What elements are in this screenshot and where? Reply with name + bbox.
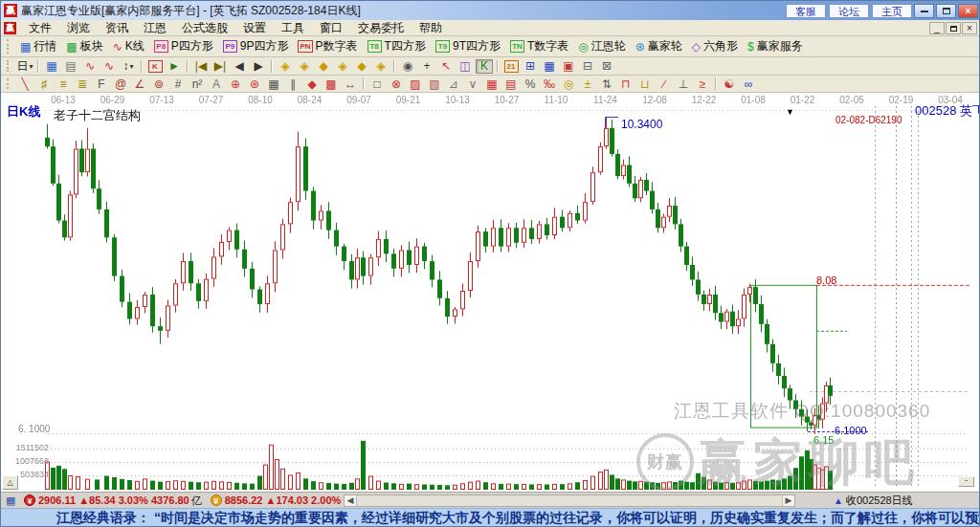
forum-button[interactable]: 论坛 xyxy=(829,4,869,18)
golden-line-tool[interactable]: ± xyxy=(579,77,596,91)
calculator-button[interactable]: ⊞ xyxy=(522,59,539,74)
panel-collapse-button[interactable]: － xyxy=(958,476,974,487)
scroll-left-arrow[interactable]: ◀ xyxy=(345,495,356,506)
price-levels-tool[interactable]: ≡ xyxy=(55,77,72,91)
angle-line-tool[interactable]: ∠ xyxy=(131,77,148,91)
kline-button[interactable]: ∿K线 xyxy=(108,37,149,56)
winner-wheel-button[interactable]: ⊛赢家轮 xyxy=(631,37,687,56)
p-number-table-button[interactable]: PNP数字表 xyxy=(293,37,362,56)
gann-diamond-3[interactable]: ◆ xyxy=(315,59,332,74)
gann-diamond-5[interactable]: ◆ xyxy=(353,59,370,74)
summary-table-icon[interactable]: ▦ xyxy=(6,495,18,506)
multi-slope-tool[interactable]: ≥ xyxy=(694,77,711,91)
p-square-button[interactable]: P8P四方形 xyxy=(149,37,218,56)
k-count-tool[interactable]: ∥ xyxy=(284,77,301,91)
slope-up-tool[interactable]: ∕ xyxy=(656,77,673,91)
hexagon-button[interactable]: ◇六角形 xyxy=(687,37,743,56)
gann-diamond-2[interactable]: ◈ xyxy=(296,59,313,74)
grid-hash-tool[interactable]: # xyxy=(169,77,187,91)
draw-mode-toggle[interactable]: K xyxy=(476,59,493,74)
first-page-button[interactable]: |◀ xyxy=(192,59,210,74)
t9-square-button[interactable]: T99T四方形 xyxy=(431,37,505,56)
gann-diamond-4[interactable]: ◈ xyxy=(334,59,351,74)
menu-item-7[interactable]: 窗口 xyxy=(312,20,350,35)
menu-item-5[interactable]: 设置 xyxy=(235,20,274,35)
gann-diamond-1[interactable]: ◈ xyxy=(277,59,294,74)
split-tool[interactable]: ⇅ xyxy=(598,77,615,91)
shade-box2-tool[interactable]: ▧ xyxy=(426,77,443,91)
trend-line-icon[interactable]: ∿ xyxy=(81,59,99,74)
calendar-button[interactable]: 21 xyxy=(502,59,520,74)
radial-tool[interactable]: ⊛ xyxy=(246,77,263,91)
homepage-button[interactable]: 主页 xyxy=(872,4,912,18)
chart-window-icon[interactable]: ▦ xyxy=(43,59,60,74)
period-day-dropdown[interactable]: 日▾ xyxy=(16,59,33,74)
quotes-button[interactable]: ▦行情 xyxy=(15,37,61,56)
scroll-thumb[interactable] xyxy=(356,495,783,506)
mdi-close-button[interactable]: × xyxy=(962,22,977,34)
export-button[interactable]: ⊠ xyxy=(598,59,615,74)
menu-item-2[interactable]: 资讯 xyxy=(98,20,136,35)
spike-mark-tool[interactable]: ◆ xyxy=(303,77,321,91)
prev-candle-button[interactable]: ◀ xyxy=(231,59,248,74)
yinyang-tool[interactable]: ☯ xyxy=(721,77,738,91)
shade-box-tool[interactable]: ▨ xyxy=(407,77,424,91)
winner-service-button[interactable]: $赢家服务 xyxy=(743,37,808,56)
status-right-panel[interactable]: ▲ 收002528日线 xyxy=(826,494,979,508)
menu-item-8[interactable]: 交易委托 xyxy=(350,20,412,35)
rect-draw-tool[interactable]: □ xyxy=(368,77,386,91)
panel-expand-button[interactable]: △ xyxy=(2,475,18,490)
draw-pen-tool[interactable]: ╲ xyxy=(16,77,33,91)
percent-retrace-tool[interactable]: ‰ xyxy=(541,77,558,91)
menu-item-1[interactable]: 浏览 xyxy=(59,20,98,35)
circle-ring-tool[interactable]: ⊚ xyxy=(150,77,167,91)
gann-diamond-6[interactable]: ◈ xyxy=(372,59,390,74)
time-levels-tool[interactable]: ≣ xyxy=(74,77,91,91)
mdi-restore-button[interactable] xyxy=(946,22,961,34)
kline-area-icon[interactable]: K xyxy=(146,59,164,74)
gann-wheel-button[interactable]: ◎江恩轮 xyxy=(573,37,630,56)
hatch-tool[interactable]: ▤ xyxy=(502,77,520,91)
menu-item-4[interactable]: 公式选股 xyxy=(174,20,235,35)
fibonacci-tool[interactable]: F xyxy=(93,77,110,91)
menu-item-6[interactable]: 工具 xyxy=(274,20,312,35)
n-square-tool[interactable]: n² xyxy=(189,77,206,91)
spiral-tool[interactable]: @ xyxy=(112,77,129,91)
scale-toggle-icon[interactable]: ↕▾ xyxy=(120,59,137,74)
gann-grid-tool[interactable]: ♯ xyxy=(35,77,53,91)
palace-tool[interactable]: ◫ xyxy=(457,59,474,74)
mdi-minimize-button[interactable]: _ xyxy=(929,22,945,34)
crosshair-tool[interactable]: + xyxy=(418,59,435,74)
scroll-right-arrow[interactable]: ▶ xyxy=(783,495,794,506)
report-view-icon[interactable]: ▤ xyxy=(62,59,79,74)
zigzag-tool[interactable]: ∨ xyxy=(464,77,481,91)
span-arrow-tool[interactable]: ↔ xyxy=(342,77,359,91)
square-region-tool[interactable]: ▦ xyxy=(265,77,282,91)
p9-square-button[interactable]: P99P四方形 xyxy=(218,37,294,56)
f-slope-tool[interactable]: ⊥ xyxy=(675,77,692,91)
color-flag-icon[interactable]: ► xyxy=(166,59,183,74)
golden-circle-tool[interactable]: ◎ xyxy=(560,77,577,91)
infinity-tool[interactable]: ∞ xyxy=(740,77,757,91)
last-page-button[interactable]: ▶| xyxy=(212,59,229,74)
percent-tool[interactable]: % xyxy=(522,77,539,91)
sectors-button[interactable]: ▩板块 xyxy=(61,37,107,56)
red-grid-tool[interactable]: ▦ xyxy=(483,77,501,91)
customer-service-button[interactable]: 客服 xyxy=(786,4,826,18)
ray-burst-tool[interactable]: ⊗ xyxy=(388,77,405,91)
gold-section-tool[interactable]: ⊔ xyxy=(636,77,654,91)
box-region-tool[interactable]: ▩ xyxy=(323,77,340,91)
minimize-button[interactable] xyxy=(914,4,934,18)
menu-item-0[interactable]: 文件 xyxy=(21,20,59,35)
print-button[interactable]: ⊟ xyxy=(579,59,596,74)
close-button[interactable]: × xyxy=(958,4,978,18)
hand-tool[interactable]: ◉ xyxy=(399,59,416,74)
t-square-button[interactable]: T8T四方形 xyxy=(363,37,431,56)
save-as-button[interactable]: ▣ xyxy=(560,59,577,74)
pointer-tool[interactable]: ↖ xyxy=(437,59,455,74)
maximize-button[interactable] xyxy=(936,4,956,18)
menu-item-3[interactable]: 江恩 xyxy=(136,20,174,35)
menu-item-9[interactable]: 帮助 xyxy=(412,20,450,35)
gann-fan-tool[interactable]: ⊕ xyxy=(227,77,244,91)
slope-tool[interactable]: ⊿ xyxy=(445,77,462,91)
